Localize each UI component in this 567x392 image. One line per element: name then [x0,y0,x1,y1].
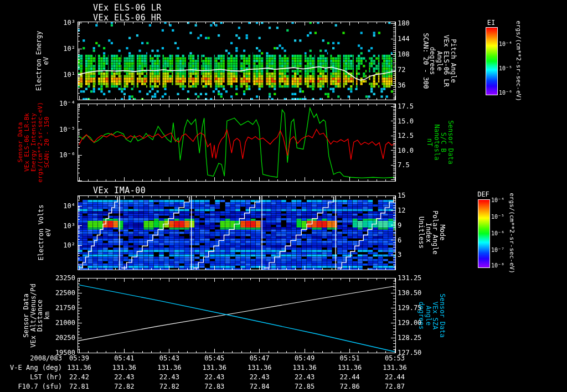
ephemeris-value: 22.43 [250,374,270,380]
y-tick-label-left: 10³ [63,223,75,229]
axis-label-line: Mode [439,210,446,254]
axis-label-line: degrees [429,33,436,89]
ephemeris-value: 22.43 [159,374,179,380]
ephemeris-row-label: LST (hr) [30,374,62,380]
y-tick-label-left: 19500 [55,349,75,356]
ephemeris-value: 72.87 [385,383,405,390]
y-tick-label-right: 128.25 [398,334,421,341]
y-tick-label-right: 108 [398,51,410,58]
y-tick-label-right: 17.5 [398,103,414,110]
y-tick-label-left: 20250 [55,334,75,341]
ephemeris-value: 131.36 [292,364,316,371]
y-tick-label-left: 10² [63,45,75,52]
axis-label-line: degrees [418,293,425,337]
ephemeris-value: 22.43 [204,374,224,380]
axis-label-line: Nanotesla [434,120,441,164]
plot-frame [78,195,395,270]
y-tick-label-right: 36 [398,82,405,89]
ephemeris-row-label: V-E Ang (deg) [10,364,62,371]
axis-label-line: Electron Volts [38,204,45,260]
ephemeris-value: 131.36 [248,364,271,371]
axis-label-line: eV [44,204,51,260]
ephemeris-row-label: F10.7 (sfu) [18,383,62,390]
axis-label-line: Sensor Data [439,293,446,337]
y-tick-label-right: 72 [398,66,405,73]
colorbar-tick-label: 10⁻⁷ [491,247,504,254]
colorbar-def-title: DEF [477,191,489,198]
ephemeris-value: 72.82 [159,383,179,390]
colorbar-def [478,199,490,268]
panel3-title: VEx IMA-00 [93,185,146,195]
axis-label-line: Angle [436,33,444,89]
y-tick-label-right: 127.50 [398,349,421,356]
ephemeris-value: 72.84 [250,383,270,390]
panel1-title-line1: VEx ELS-06 LR [93,3,162,13]
y-tick-label-left: 10⁴ [63,203,75,209]
axis-label-line: Sensor Data [23,283,30,348]
axis-label-line: Unitless [418,210,425,254]
colorbar-tick-label: 10⁻⁵ [499,65,512,72]
plot-frame [78,278,395,353]
ephemeris-value: 131.36 [338,364,362,371]
panel1-title-line2: VEx ELS-06 HR [93,13,162,23]
ephemeris-value: 22.44 [385,374,405,380]
plot-frame [78,22,395,100]
y-tick-label-right: 180 [398,20,410,27]
colorbar-tick-label: 10⁻⁴ [499,41,512,48]
ephemeris-value: 72.81 [69,383,89,390]
y-tick-label-right: 12 [398,207,405,214]
ephemeris-value: 22.44 [340,374,360,380]
time-tick-label: 05:41 [114,355,134,362]
colorbar-ei-title: EI [487,19,495,26]
y-tick-label-right: 131.25 [398,275,421,281]
axis-label-line: Electron Energy [35,31,43,91]
colorbar-tick-label: 10⁻⁵ [491,214,504,220]
y-tick-label-right: 129.00 [398,319,421,326]
ephemeris-value: 72.86 [340,383,360,390]
y-tick-label-right: 6 [398,237,401,244]
colorbar-tick-label: 10⁻⁴ [491,197,504,204]
y-tick-label-left: 10⁻⁴ [59,100,75,107]
axis-label-line: km [44,283,51,348]
y-tick-label-left: 23250 [55,275,75,281]
axis-label-line: nT [426,120,434,164]
y-tick-label-left: 10⁻⁶ [59,152,75,158]
ephemeris-value: 131.36 [203,364,226,371]
ephemeris-value: 131.36 [112,364,136,371]
ephemeris-value: 72.82 [114,383,134,390]
axis-label-line: Distance [37,283,44,348]
y-tick-label-right: 7.5 [398,162,410,168]
y-tick-label-left: 10⁻⁵ [59,126,75,133]
colorbar-ei [486,27,498,95]
axis-label-line: Pitch Angle [450,33,457,89]
time-tick-label: 05:47 [250,355,270,362]
vex-science-plot-screen: VEx ELS-06 LR VEx ELS-06 HR VEx IMA-00 E… [0,0,567,392]
axis-label-line: SCAN: 20 - 150 [44,102,50,183]
y-tick-label-left: 10³ [63,19,75,26]
ephemeris-value: 22.43 [295,374,315,380]
axis-label-line: VEx ELS-06 LR [443,33,450,89]
time-tick-label: 05:45 [204,355,224,362]
time-tick-label: 05:51 [340,355,360,362]
axis-label-line: S/C B [440,120,447,164]
ephemeris-value: 131.36 [157,364,181,371]
y-tick-label-right: 10.0 [398,147,414,154]
axis-label-line: eV [42,31,49,91]
axis-label-line: VEx SZA [432,293,439,337]
y-tick-label-right: 130.50 [398,290,421,296]
colorbar-tick-label: 10⁻⁸ [491,262,504,269]
axis-label-line: Index [425,210,432,254]
time-tick-label: 05:43 [159,355,179,362]
ephemeris-value: 22.43 [114,374,134,380]
ephemeris-value: 131.36 [383,364,406,371]
ephemeris-value: 22.42 [69,374,89,380]
ephemeris-value: 131.36 [67,364,91,371]
plot-frame [78,104,395,181]
y-tick-label-right: 15.0 [398,118,414,125]
y-tick-label-right: 9 [398,222,401,229]
colorbar-tick-label: 10⁻⁶ [491,230,504,237]
y-tick-label-right: 3 [398,251,401,258]
y-tick-label-right: 144 [398,35,410,42]
y-tick-label-right: 129.75 [398,305,421,311]
axis-label-line: SCAN: 20 - 300 [422,33,430,89]
